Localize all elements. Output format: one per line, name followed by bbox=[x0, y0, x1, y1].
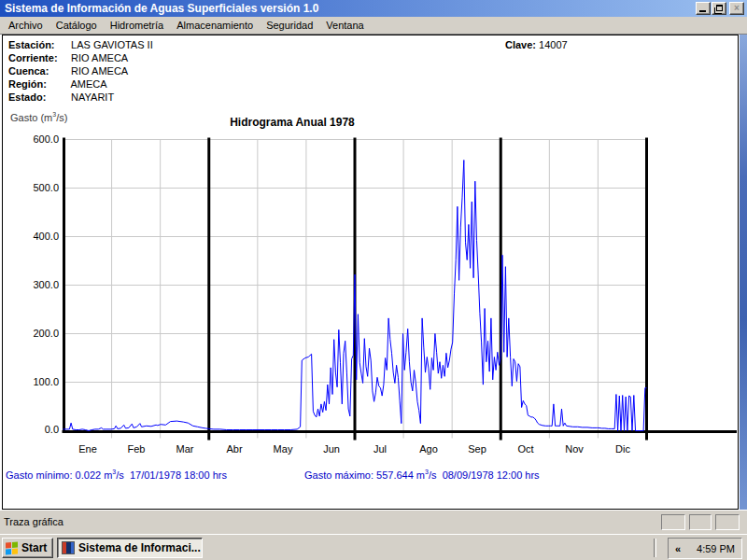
y-tick: 500.0 bbox=[14, 182, 59, 193]
clave-field: Clave: 14007 bbox=[505, 39, 568, 50]
menu-archivo[interactable]: Archivo bbox=[2, 18, 49, 33]
x-tick: Feb bbox=[112, 443, 161, 455]
windows-flag-icon bbox=[6, 541, 19, 554]
tray-chevron-icon[interactable]: « bbox=[675, 543, 681, 554]
station-label: Estado: bbox=[8, 91, 68, 103]
station-row: Estación: LAS GAVIOTAS II bbox=[8, 39, 153, 50]
hydrograph-plot bbox=[3, 35, 740, 511]
gasto-maximo-stat: Gasto máximo: 557.644 m3/s 08/09/1978 12… bbox=[304, 469, 540, 481]
y-tick: 100.0 bbox=[14, 376, 59, 387]
restore-button[interactable] bbox=[712, 2, 726, 15]
x-tick: May bbox=[259, 443, 307, 455]
x-tick: Nov bbox=[550, 443, 599, 455]
gasto-minimo-stat: Gasto mínimo: 0.022 m3/s 17/01/1978 18:0… bbox=[6, 469, 227, 481]
taskbar: Start Sistema de Informaci... « 4:59 PM bbox=[0, 534, 747, 560]
y-tick: 400.0 bbox=[14, 231, 59, 242]
taskbar-task-button[interactable]: Sistema de Informaci... bbox=[57, 538, 203, 558]
station-row: Región: AMECA bbox=[8, 78, 107, 90]
taskbar-divider bbox=[654, 539, 656, 557]
station-value: AMECA bbox=[70, 78, 106, 90]
clave-value: 14007 bbox=[539, 39, 568, 50]
x-tick: Dic bbox=[599, 443, 647, 455]
x-tick: Jun bbox=[307, 443, 356, 455]
y-tick: 300.0 bbox=[14, 279, 59, 290]
system-tray: « 4:59 PM bbox=[668, 538, 742, 559]
status-panel bbox=[715, 514, 740, 530]
x-tick: Mar bbox=[161, 443, 209, 455]
station-value: RIO AMECA bbox=[71, 52, 128, 63]
status-panel bbox=[689, 514, 712, 530]
station-label: Cuenca: bbox=[8, 65, 68, 77]
minimize-button[interactable] bbox=[696, 2, 711, 15]
menu-catalogo[interactable]: Catálogo bbox=[49, 18, 104, 33]
x-tick: Sep bbox=[453, 443, 501, 455]
start-button[interactable]: Start bbox=[2, 538, 53, 558]
station-row: Estado: NAYARIT bbox=[8, 91, 114, 103]
station-label: Región: bbox=[8, 78, 68, 90]
window-controls: × bbox=[695, 2, 744, 15]
chart-title: Hidrograma Anual 1978 bbox=[31, 116, 554, 129]
menu-almacenamiento[interactable]: Almacenamiento bbox=[170, 18, 260, 33]
clave-label: Clave: bbox=[505, 39, 536, 50]
station-value: NAYARIT bbox=[71, 91, 114, 103]
close-button[interactable]: × bbox=[729, 2, 744, 15]
y-tick: 600.0 bbox=[14, 133, 59, 145]
statusbar: Traza gráfica bbox=[0, 510, 747, 534]
app-window: Sistema de Información de Aguas Superfic… bbox=[0, 0, 747, 560]
menu-ventana[interactable]: Ventana bbox=[319, 18, 370, 33]
close-icon: × bbox=[734, 3, 740, 13]
menu-hidrometria[interactable]: Hidrometría bbox=[104, 18, 170, 33]
status-panel bbox=[661, 514, 685, 530]
y-tick: 0.0 bbox=[14, 424, 59, 435]
station-label: Corriente: bbox=[8, 52, 68, 63]
titlebar: Sistema de Información de Aguas Superfic… bbox=[0, 0, 747, 17]
x-tick: Abr bbox=[210, 443, 259, 455]
station-row: Corriente: RIO AMECA bbox=[8, 52, 128, 63]
minimize-icon bbox=[699, 10, 706, 12]
window-edge-strip bbox=[740, 35, 747, 510]
status-text: Traza gráfica bbox=[4, 516, 63, 527]
menu-seguridad[interactable]: Seguridad bbox=[260, 18, 319, 33]
clock: 4:59 PM bbox=[697, 543, 735, 554]
x-tick: Ene bbox=[63, 443, 112, 455]
station-row: Cuenca: RIO AMECA bbox=[8, 65, 128, 77]
restore-icon bbox=[716, 5, 723, 11]
station-value: LAS GAVIOTAS II bbox=[71, 39, 153, 50]
start-label: Start bbox=[21, 541, 47, 554]
y-tick: 200.0 bbox=[14, 328, 59, 339]
station-label: Estación: bbox=[8, 39, 68, 50]
document-area: Estación: LAS GAVIOTAS II Corriente: RIO… bbox=[2, 35, 739, 510]
x-tick: Oct bbox=[501, 443, 550, 455]
x-tick: Ago bbox=[404, 443, 453, 455]
app-icon bbox=[62, 541, 75, 554]
task-label: Sistema de Informaci... bbox=[78, 541, 201, 554]
station-value: RIO AMECA bbox=[71, 65, 128, 77]
x-tick: Jul bbox=[356, 443, 404, 455]
menubar: Archivo Catálogo Hidrometría Almacenamie… bbox=[0, 17, 747, 35]
window-title: Sistema de Información de Aguas Superfic… bbox=[5, 2, 318, 15]
